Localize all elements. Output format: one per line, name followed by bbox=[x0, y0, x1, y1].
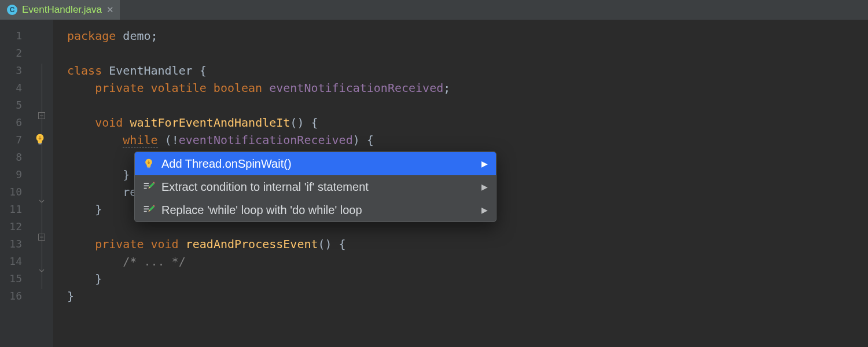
code-line[interactable]: } bbox=[67, 270, 868, 287]
line-number: 9 bbox=[0, 166, 30, 183]
line-number: 4 bbox=[0, 79, 30, 97]
submenu-arrow-icon: ▶ bbox=[481, 182, 488, 191]
code-line[interactable]: /* ... */ bbox=[67, 253, 868, 270]
tab-bar: C EventHandler.java ✕ bbox=[0, 0, 868, 20]
fold-collapse-icon[interactable] bbox=[30, 228, 53, 246]
line-number: 15 bbox=[0, 270, 30, 287]
line-number: 11 bbox=[0, 201, 30, 218]
intention-bulb-icon[interactable] bbox=[34, 133, 46, 146]
line-number: 14 bbox=[0, 253, 30, 270]
line-number: 2 bbox=[0, 45, 30, 62]
code-line[interactable]: package demo; bbox=[67, 27, 868, 45]
fold-expand-icon[interactable] bbox=[30, 263, 53, 280]
code-line[interactable] bbox=[67, 45, 868, 62]
code-text: class EventHandler { bbox=[67, 64, 207, 77]
code-line[interactable]: while (!eventNotificationReceived) { bbox=[67, 131, 868, 149]
code-line[interactable]: class EventHandler { bbox=[67, 62, 868, 79]
code-text: package demo; bbox=[67, 29, 158, 43]
intention-item[interactable]: Extract condition to internal 'if' state… bbox=[135, 175, 496, 198]
submenu-arrow-icon: ▶ bbox=[481, 205, 488, 215]
line-number: 1 bbox=[0, 27, 30, 45]
intention-item-label: Replace 'while' loop with 'do while' loo… bbox=[161, 204, 362, 217]
fold-column bbox=[30, 20, 53, 347]
intention-popup[interactable]: Add Thread.onSpinWait()▶Extract conditio… bbox=[134, 152, 496, 222]
close-icon[interactable]: ✕ bbox=[106, 5, 114, 15]
code-text: /* ... */ bbox=[67, 254, 186, 268]
code-line[interactable]: } bbox=[67, 287, 868, 305]
code-line[interactable] bbox=[67, 97, 868, 114]
line-number: 10 bbox=[0, 183, 30, 201]
code-text: while (!eventNotificationReceived) { bbox=[67, 133, 374, 147]
code-line[interactable]: void waitForEventAndHandleIt() { bbox=[67, 114, 868, 131]
line-number: 5 bbox=[0, 97, 30, 114]
intention-item-label: Extract condition to internal 'if' state… bbox=[161, 180, 369, 194]
fold-collapse-icon[interactable] bbox=[30, 107, 53, 124]
code-text: private void readAndProcessEvent() { bbox=[67, 237, 346, 251]
bulb-icon bbox=[143, 158, 155, 169]
editor-tab[interactable]: C EventHandler.java ✕ bbox=[0, 0, 120, 20]
code-text: private volatile boolean eventNotificati… bbox=[67, 81, 450, 95]
line-number: 8 bbox=[0, 149, 30, 166]
line-number: 6 bbox=[0, 114, 30, 131]
code-text bbox=[67, 150, 123, 164]
code-text: } bbox=[67, 272, 102, 286]
code-line[interactable]: private void readAndProcessEvent() { bbox=[67, 235, 868, 253]
code-text: } bbox=[67, 168, 130, 182]
code-text: void waitForEventAndHandleIt() { bbox=[67, 116, 318, 130]
line-number: 13 bbox=[0, 235, 30, 253]
line-number: 12 bbox=[0, 218, 30, 235]
fold-expand-icon[interactable] bbox=[30, 194, 53, 211]
line-number-gutter: 12345678910111213141516 bbox=[0, 20, 30, 347]
intention-item[interactable]: Add Thread.onSpinWait()▶ bbox=[135, 152, 496, 175]
pencil-icon bbox=[143, 181, 155, 193]
intention-item[interactable]: Replace 'while' loop with 'do while' loo… bbox=[135, 198, 496, 222]
code-text: } bbox=[67, 202, 102, 216]
line-number: 3 bbox=[0, 62, 30, 79]
intention-item-label: Add Thread.onSpinWait() bbox=[161, 157, 292, 171]
code-line[interactable]: private volatile boolean eventNotificati… bbox=[67, 79, 868, 97]
java-class-icon: C bbox=[7, 5, 17, 15]
code-text: } bbox=[67, 289, 74, 303]
pencil-icon bbox=[143, 204, 155, 216]
tab-label: EventHandler.java bbox=[22, 4, 102, 16]
submenu-arrow-icon: ▶ bbox=[481, 159, 488, 168]
line-number: 7 bbox=[0, 131, 30, 149]
line-number: 16 bbox=[0, 287, 30, 305]
